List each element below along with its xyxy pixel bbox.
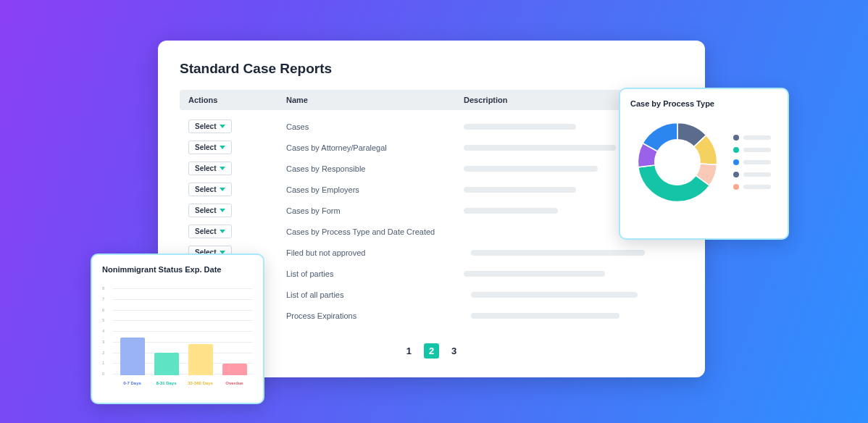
select-button[interactable]: Select <box>188 162 232 175</box>
y-tick-label: 3 <box>102 340 104 344</box>
legend-item <box>733 147 771 153</box>
legend-dot-icon <box>733 172 739 177</box>
skeleton-bar <box>464 187 576 193</box>
donut-legend <box>733 135 771 190</box>
table-header: Actions Name Description <box>180 90 683 110</box>
y-tick-label: 2 <box>102 351 104 355</box>
skeleton-bar <box>471 250 645 256</box>
skeleton-bar <box>464 208 558 214</box>
chevron-down-icon <box>220 167 225 170</box>
legend-item <box>733 172 771 177</box>
legend-dot-icon <box>733 184 739 190</box>
legend-item <box>733 184 771 190</box>
report-name: List of parties <box>286 269 464 278</box>
table-row: SelectCases by Form <box>180 200 683 221</box>
y-tick-label: 6 <box>102 308 104 312</box>
col-header-actions: Actions <box>188 96 286 104</box>
report-description <box>464 292 675 298</box>
legend-skeleton <box>743 160 771 164</box>
chevron-down-icon <box>220 146 225 149</box>
select-button[interactable]: Select <box>188 225 232 238</box>
bars-container <box>115 290 251 375</box>
page-3[interactable]: 3 <box>446 343 462 359</box>
table-row: SelectCases <box>180 116 683 137</box>
bar <box>120 338 145 375</box>
y-tick-label: 8 <box>102 286 104 290</box>
page-title: Standard Case Reports <box>180 61 683 77</box>
page-1[interactable]: 1 <box>401 343 417 359</box>
select-label: Select <box>195 122 216 130</box>
select-button[interactable]: Select <box>188 183 232 196</box>
report-description <box>464 250 675 256</box>
table-row: SelectCases by Process Type and Date Cre… <box>180 221 683 242</box>
y-tick-label: 4 <box>102 329 104 333</box>
select-button[interactable]: Select <box>188 204 232 217</box>
select-label: Select <box>195 164 216 172</box>
x-tick-label: 0-7 Days <box>117 381 149 385</box>
y-tick-label: 1 <box>102 361 104 365</box>
bar <box>188 344 213 375</box>
skeleton-bar <box>471 292 638 298</box>
table-row: SelectCases by Employers <box>180 179 683 200</box>
x-tick-label: 8-31 Days <box>151 381 183 385</box>
bar <box>154 353 179 375</box>
report-name: Cases by Responsible <box>286 164 464 173</box>
skeleton-bar <box>471 313 619 319</box>
legend-item <box>733 135 771 141</box>
skeleton-bar <box>464 271 605 277</box>
report-name: Cases by Attorney/Paralegal <box>286 143 464 152</box>
report-description <box>464 271 675 277</box>
donut-chart-title: Case by Process Type <box>630 99 777 108</box>
select-button[interactable]: Select <box>188 120 232 133</box>
report-name: Cases by Process Type and Date Created <box>286 227 464 236</box>
chevron-down-icon <box>220 125 225 128</box>
report-description <box>464 313 675 319</box>
chevron-down-icon <box>220 209 225 212</box>
donut-chart-card: Case by Process Type <box>619 88 789 240</box>
legend-item <box>733 159 771 165</box>
skeleton-bar <box>464 166 598 172</box>
report-name: Cases by Form <box>286 206 464 215</box>
select-button[interactable]: Select <box>188 141 232 154</box>
table-row: SelectCases by Attorney/Paralegal <box>180 137 683 158</box>
select-label: Select <box>195 227 216 235</box>
legend-dot-icon <box>733 135 739 141</box>
bar-chart-card: Nonimmigrant Status Exp. Date 0123456780… <box>91 254 264 404</box>
report-name: Filed but not approved <box>286 248 464 257</box>
y-tick-label: 0 <box>102 372 104 376</box>
legend-skeleton <box>743 185 771 189</box>
donut-chart <box>630 115 725 209</box>
table-row: SelectCases by Responsible <box>180 158 683 179</box>
bar-chart-area: 0123456780-7 Days8-31 Days32-360 DaysOve… <box>102 278 253 387</box>
x-tick-label: 32-360 Days <box>185 381 217 385</box>
legend-skeleton <box>743 148 771 152</box>
bar-chart-title: Nonimmigrant Status Exp. Date <box>102 265 253 274</box>
skeleton-bar <box>464 145 616 151</box>
report-name: List of all parties <box>286 290 464 299</box>
col-header-name: Name <box>286 96 464 104</box>
skeleton-bar <box>464 124 576 130</box>
select-label: Select <box>195 143 216 151</box>
chevron-down-icon <box>220 188 225 191</box>
select-label: Select <box>195 206 216 214</box>
legend-dot-icon <box>733 147 739 153</box>
report-name: Cases <box>286 122 464 131</box>
select-label: Select <box>195 185 216 193</box>
page-2[interactable]: 2 <box>424 343 439 359</box>
legend-skeleton <box>743 135 771 140</box>
x-labels: 0-7 Days8-31 Days32-360 DaysOverdue <box>115 381 251 385</box>
legend-dot-icon <box>733 159 739 165</box>
report-name: Process Expirations <box>286 311 464 320</box>
y-tick-label: 5 <box>102 318 104 322</box>
x-tick-label: Overdue <box>219 381 251 385</box>
legend-skeleton <box>743 172 771 177</box>
chevron-down-icon <box>220 230 225 233</box>
report-name: Cases by Employers <box>286 185 464 194</box>
grid-line <box>112 288 253 289</box>
y-tick-label: 7 <box>102 297 104 301</box>
bar <box>222 364 247 375</box>
